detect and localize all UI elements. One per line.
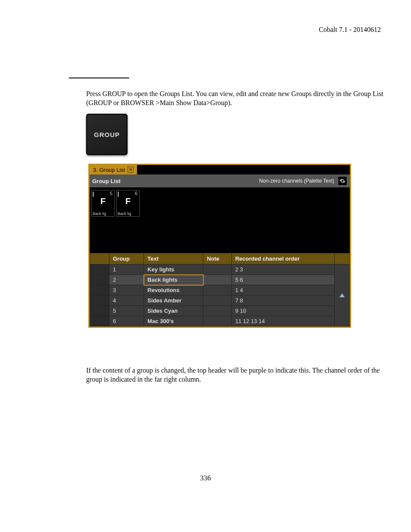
cell-order[interactable]: 2 3 [231, 264, 334, 275]
channel-indicator-icon [118, 192, 119, 197]
row-handle [90, 275, 109, 285]
row-handle [90, 264, 109, 275]
table-row[interactable]: 2Back lights5 6 [90, 275, 350, 285]
cell-note[interactable] [203, 285, 232, 296]
title-bar: Group List Non-zero channels (Palette Te… [90, 174, 350, 187]
cell-order[interactable]: 9 10 [231, 306, 334, 316]
cell-note[interactable] [203, 316, 232, 327]
col-group[interactable]: Group [109, 253, 144, 264]
row-handle [90, 285, 109, 296]
page-header: Cobalt 7.1 - 20140612 [319, 26, 381, 34]
cell-order[interactable]: 7 8 [231, 296, 334, 306]
page-number: 336 [0, 474, 411, 482]
table-row[interactable]: 5Sides Cyan9 10 [90, 306, 350, 316]
cell-group[interactable]: 5 [109, 306, 144, 316]
cell-text[interactable]: Back lights [144, 275, 203, 285]
col-scroll [335, 253, 350, 264]
channel-number: 6 [133, 190, 139, 196]
table-row[interactable]: 3Revolutions1 4 [90, 285, 350, 296]
tab-bar: 3. Group List ✕ [90, 165, 350, 174]
channel-mode-label: Non-zero channels (Palette Text) [259, 178, 334, 184]
cell-note[interactable] [203, 296, 232, 306]
cell-order[interactable]: 1 4 [231, 285, 334, 296]
cell-group[interactable]: 1 [109, 264, 144, 275]
channel-number: 5 [108, 190, 114, 196]
cell-note[interactable] [203, 264, 232, 275]
paragraph-note: If the content of a group is changed, th… [86, 366, 388, 384]
cell-text[interactable]: Mac 300's [144, 316, 203, 327]
window-title: Group List [92, 178, 121, 184]
group-table: Group Text Note Recorded channel order 1… [90, 253, 350, 327]
col-order[interactable]: Recorded channel order [231, 253, 334, 264]
close-icon[interactable]: ✕ [128, 167, 134, 173]
cell-group[interactable]: 6 [109, 316, 144, 327]
tab-group-list[interactable]: 3. Group List ✕ [90, 165, 137, 174]
cell-group[interactable]: 3 [109, 285, 144, 296]
cell-note[interactable] [203, 306, 232, 316]
cell-group[interactable]: 4 [109, 296, 144, 306]
col-text[interactable]: Text [144, 253, 203, 264]
cell-order[interactable]: 11 12 13 14 [231, 316, 334, 327]
cell-text[interactable]: Key lights [144, 264, 203, 275]
cell-order[interactable]: 5 6 [231, 275, 334, 285]
channel-value: F [100, 196, 106, 206]
channel-indicator-icon [93, 192, 94, 197]
row-handle [90, 316, 109, 327]
channel-tile[interactable]: 6 F Back lig [116, 190, 140, 217]
group-key-button[interactable]: GROUP [86, 114, 128, 155]
paragraph-intro: Press GROUP to open the Groups List. You… [86, 90, 388, 108]
section-divider [69, 78, 129, 78]
table-row[interactable]: 4Sides Amber7 8 [90, 296, 350, 306]
tab-label: 3. Group List [93, 167, 125, 173]
col-blank [90, 253, 109, 264]
channel-tile[interactable]: 5 F Back lig [91, 190, 115, 217]
table-row[interactable]: 1Key lights2 3 [90, 264, 350, 275]
row-handle [90, 306, 109, 316]
group-key-label: GROUP [94, 131, 120, 138]
scroll-up-icon[interactable] [335, 264, 350, 327]
cell-text[interactable]: Sides Cyan [144, 306, 203, 316]
channel-label: Back lig [93, 212, 113, 216]
table-row[interactable]: 6Mac 300's11 12 13 14 [90, 316, 350, 327]
group-list-window: 3. Group List ✕ Group List Non-zero chan… [88, 164, 351, 328]
cell-note[interactable] [203, 275, 232, 285]
cell-group[interactable]: 2 [109, 275, 144, 285]
channel-value: F [125, 196, 131, 206]
cell-text[interactable]: Sides Amber [144, 296, 203, 306]
col-note[interactable]: Note [203, 253, 232, 264]
channel-label: Back lig [118, 212, 138, 216]
row-handle [90, 296, 109, 306]
cell-text[interactable]: Revolutions [144, 285, 203, 296]
gear-icon[interactable] [338, 176, 347, 186]
channel-area: 5 F Back lig 6 F Back lig [90, 187, 350, 253]
